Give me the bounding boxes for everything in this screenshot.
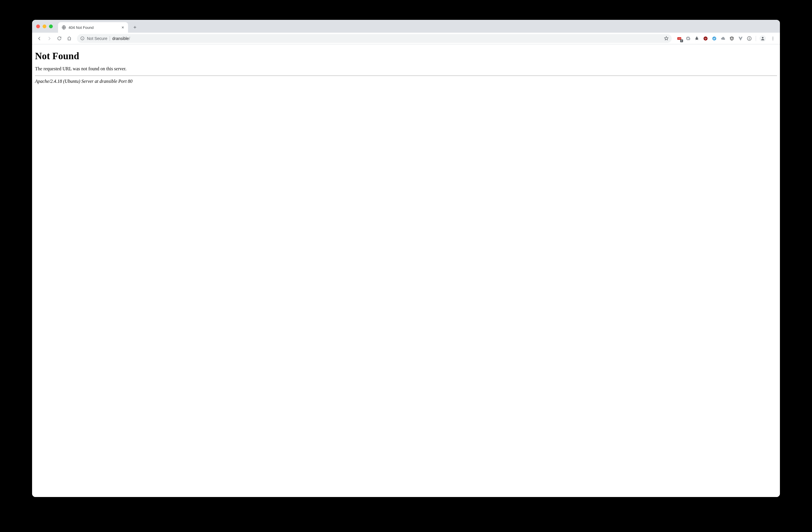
url-host: dransible (112, 36, 129, 41)
server-signature: Apache/2.4.18 (Ubuntu) Server at dransib… (35, 79, 777, 84)
profile-avatar[interactable] (759, 35, 766, 42)
svg-point-12 (773, 37, 773, 37)
svg-point-5 (680, 38, 681, 39)
new-tab-button[interactable] (130, 23, 139, 31)
svg-point-11 (762, 37, 763, 38)
forward-button[interactable] (45, 34, 54, 43)
svg-point-13 (773, 38, 773, 39)
extension-check-icon[interactable] (711, 35, 717, 41)
back-button[interactable] (35, 34, 44, 43)
tab-close-button[interactable] (120, 25, 125, 30)
address-divider (110, 36, 110, 41)
svg-point-3 (678, 38, 679, 39)
svg-text:U: U (705, 37, 707, 40)
address-bar[interactable]: Not Secure dransible/ (77, 34, 672, 43)
content-divider (35, 75, 777, 76)
window-controls (36, 20, 58, 33)
url-path: / (129, 36, 130, 41)
toolbar: Not Secure dransible/ 1 (32, 33, 780, 44)
extension-vue-icon[interactable] (738, 35, 743, 41)
browser-tab[interactable]: 404 Not Found (58, 22, 128, 33)
extension-power-icon[interactable] (746, 35, 752, 41)
extension-gear-icon[interactable] (685, 35, 691, 41)
svg-point-6 (696, 38, 698, 40)
tab-strip: 404 Not Found (32, 20, 780, 33)
toolbar-separator (756, 36, 756, 41)
extension-cloud-icon[interactable] (720, 35, 726, 41)
globe-icon (61, 25, 66, 30)
tab-title: 404 Not Found (69, 25, 118, 30)
svg-point-14 (773, 39, 773, 40)
chrome-menu-button[interactable] (769, 34, 777, 43)
window-close-button[interactable] (36, 25, 40, 28)
error-message: The requested URL was not found on this … (35, 66, 777, 71)
extension-ublock-icon[interactable]: U (702, 35, 709, 41)
extensions-row: 1 U (675, 34, 777, 43)
extension-bug-icon[interactable] (694, 35, 700, 41)
window-fullscreen-button[interactable] (49, 25, 53, 28)
home-button[interactable] (65, 34, 73, 43)
site-info-icon[interactable] (80, 36, 85, 41)
extension-lastpass-icon[interactable]: 1 (676, 35, 682, 41)
page-content: Not Found The requested URL was not foun… (32, 44, 780, 497)
bookmark-star-icon[interactable] (664, 36, 669, 41)
error-heading: Not Found (35, 51, 777, 61)
extension-angular-icon[interactable] (729, 35, 735, 41)
reload-button[interactable] (55, 34, 63, 43)
svg-point-4 (679, 38, 680, 39)
browser-window: 404 Not Found (32, 20, 780, 497)
extension-badge: 1 (680, 39, 683, 42)
security-label: Not Secure (87, 36, 107, 41)
window-minimize-button[interactable] (43, 25, 46, 28)
url-text: dransible/ (112, 36, 130, 41)
